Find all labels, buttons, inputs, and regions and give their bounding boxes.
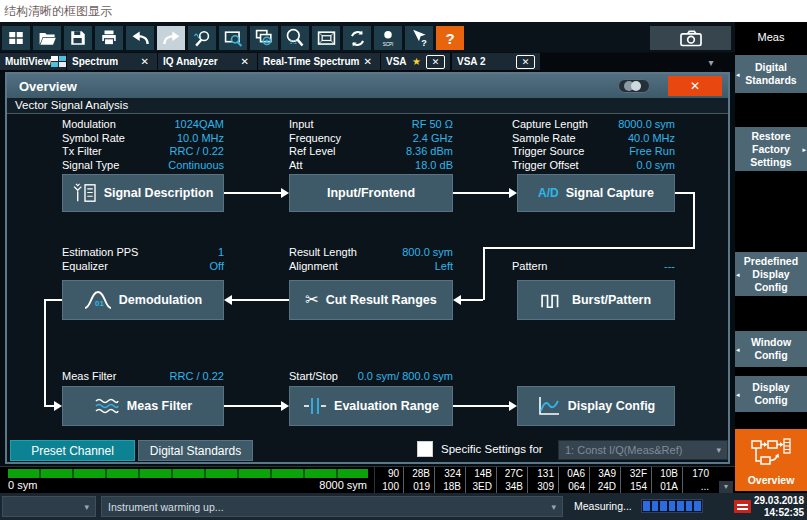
signal-description-block[interactable]: Signal Description — [62, 174, 224, 212]
sync-button[interactable] — [343, 26, 371, 50]
table-row: 100 019 18B 3ED 34B 309 064 24D 154 01A … — [375, 480, 735, 493]
tab-multiview[interactable]: MultiView — [0, 53, 66, 70]
status-bar: ▾ Instrument warming up...▾ Measuring...… — [0, 493, 807, 520]
expand-right-icon: ▸ — [802, 143, 806, 156]
pulse-01-icon: 01 — [84, 289, 112, 311]
ad-converter-icon: A/D — [538, 186, 559, 200]
print-button[interactable] — [95, 26, 123, 50]
toolbar: 1:1 SCPI ? ? — [0, 22, 735, 52]
block-label: Signal Description — [104, 186, 214, 200]
status-message-select[interactable]: Instrument warming up...▾ — [101, 496, 563, 517]
zoom-1to1-button[interactable]: 1:1 — [281, 26, 309, 50]
tab-vsa2[interactable]: VSA 2✕ — [452, 53, 540, 70]
dialog-title: Overview — [7, 79, 77, 94]
fit-frame-button[interactable] — [312, 26, 340, 50]
measuring-label: Measuring... — [574, 500, 632, 512]
scpi-button[interactable]: SCPI — [374, 26, 402, 50]
chevron-down-icon: ▾ — [551, 502, 556, 512]
signal-capture-block[interactable]: A/D Signal Capture — [517, 174, 675, 212]
arrowhead — [224, 295, 232, 305]
flowchart-icon — [751, 438, 791, 471]
tab-spectrum[interactable]: Spectrum✕ — [67, 53, 157, 70]
demodulation-block[interactable]: 01 Demodulation — [62, 280, 224, 320]
open-folder-icon — [38, 29, 57, 48]
arrowhead — [453, 295, 461, 305]
expand-left-icon: ◂ — [736, 388, 740, 401]
filter-waves-icon — [94, 397, 120, 415]
softkey-display-config[interactable]: ◂Display Config — [735, 376, 807, 412]
block-label: Cut Result Ranges — [326, 293, 437, 307]
close-tab-icon[interactable]: ✕ — [238, 56, 252, 67]
softkey-digital-standards[interactable]: ◂Digital Standards — [735, 55, 807, 93]
signal-params: Modulation1024QAM Symbol Rate10.0 MHz Tx… — [62, 118, 224, 172]
capture-params: Capture Length8000.0 sym Sample Rate40.0… — [512, 118, 675, 172]
undo-icon — [131, 29, 150, 48]
symbol-table: 90 28B 324 14B 27C 131 0A6 3A9 32F 10B 1… — [374, 467, 735, 494]
close-tab-icon[interactable]: ✕ — [361, 56, 375, 67]
digital-standards-button[interactable]: Digital Standards — [138, 440, 253, 461]
connector — [693, 192, 695, 249]
svg-text:SCPI: SCPI — [383, 42, 394, 47]
specific-settings-window-select[interactable]: 1: Const I/Q(Meas&Ref) ▾ — [558, 440, 728, 460]
connector — [675, 192, 695, 194]
softkey-overview[interactable]: Overview — [735, 429, 807, 491]
date-time: 29.03.201814:52:35 — [754, 495, 804, 518]
pattern-params: Pattern--- — [512, 260, 675, 274]
demod-params: Estimation PPS1 EqualizerOff — [62, 246, 224, 273]
context-help-button[interactable]: ? — [405, 26, 433, 50]
meas-filter-block[interactable]: Meas Filter — [62, 386, 224, 426]
close-tab-icon[interactable]: ✕ — [516, 55, 535, 69]
capture-buffer-bar — [8, 469, 368, 478]
connector — [224, 405, 281, 407]
overview-toggle[interactable] — [618, 79, 650, 93]
zoom-multiple-button[interactable] — [250, 26, 278, 50]
tab-vsa[interactable]: VSA★✕ — [381, 53, 450, 70]
block-label: Display Config — [568, 399, 656, 413]
chevron-down-icon: ▾ — [716, 445, 721, 455]
tab-iq-analyzer[interactable]: IQ Analyzer✕ — [158, 53, 257, 70]
zoom-trace-button[interactable] — [188, 26, 216, 50]
block-label: Meas Filter — [127, 399, 192, 413]
save-button[interactable] — [64, 26, 92, 50]
screenshot-button[interactable] — [650, 26, 731, 50]
block-diagram: Modulation1024QAM Symbol Rate10.0 MHz Tx… — [7, 114, 728, 438]
cut-result-ranges-block[interactable]: ✂ Cut Result Ranges — [289, 280, 453, 320]
preset-channel-button[interactable]: Preset Channel — [10, 440, 135, 461]
arrowhead — [54, 401, 62, 411]
sync-icon — [348, 29, 367, 48]
tab-realtime-spectrum[interactable]: Real-Time Spectrum✕ — [258, 53, 380, 70]
zoom-screen-button[interactable] — [219, 26, 247, 50]
burst-pattern-block[interactable]: Burst/Pattern — [517, 280, 675, 320]
softkey-restore-factory-settings[interactable]: Restore Factory Settings▸ — [735, 127, 807, 171]
specific-settings-checkbox[interactable] — [417, 441, 433, 457]
windows-menu-button[interactable] — [2, 26, 30, 50]
connector — [460, 299, 483, 301]
help-button[interactable]: ? — [436, 26, 464, 50]
error-log-icon[interactable] — [734, 500, 751, 513]
display-config-block[interactable]: Display Config — [517, 386, 675, 426]
softkey-predefined-display-config[interactable]: ◂Predefined Display Config — [735, 252, 807, 296]
redo-button[interactable] — [157, 26, 185, 50]
block-label: Burst/Pattern — [572, 293, 651, 307]
dialog-header: Overview ✕ — [7, 74, 728, 98]
dialog-close-button[interactable]: ✕ — [668, 76, 722, 96]
svg-text:1:1: 1:1 — [290, 39, 298, 45]
status-left-select[interactable]: ▾ — [2, 496, 96, 517]
open-button[interactable] — [33, 26, 61, 50]
table-scroll-down-button[interactable]: ▾ — [719, 481, 733, 493]
save-icon — [69, 29, 87, 47]
selected-window-label: 1: Const I/Q(Meas&Ref) — [565, 444, 682, 456]
close-tab-icon[interactable]: ✕ — [426, 55, 445, 69]
arrowhead — [281, 401, 289, 411]
tab-list-dropdown[interactable]: ▾ — [700, 55, 722, 70]
multiview-grid-icon — [51, 56, 66, 67]
input-frontend-block[interactable]: Input/Frontend — [289, 174, 453, 212]
windows-icon — [7, 29, 25, 47]
connector — [483, 247, 485, 300]
undo-button[interactable] — [126, 26, 154, 50]
softkey-window-config[interactable]: ◂Window Config — [735, 331, 807, 367]
range-markers-icon — [303, 397, 327, 415]
evaluation-range-block[interactable]: Evaluation Range — [289, 386, 453, 426]
camera-icon — [678, 28, 704, 48]
close-tab-icon[interactable]: ✕ — [138, 56, 152, 67]
